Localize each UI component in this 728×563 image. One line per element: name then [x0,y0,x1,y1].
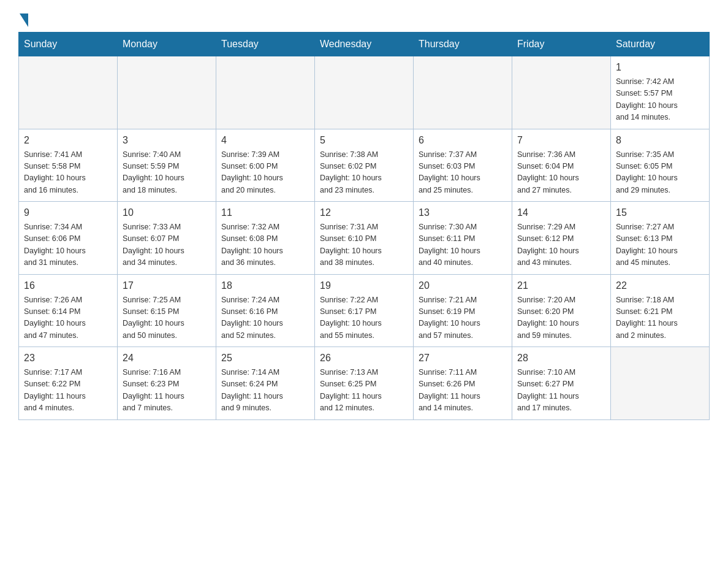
calendar-cell: 13Sunrise: 7:30 AM Sunset: 6:11 PM Dayli… [414,202,512,275]
calendar-cell: 21Sunrise: 7:20 AM Sunset: 6:20 PM Dayli… [512,274,611,347]
day-info: Sunrise: 7:22 AM Sunset: 6:17 PM Dayligh… [320,294,408,342]
day-number: 22 [616,278,704,293]
calendar-cell: 20Sunrise: 7:21 AM Sunset: 6:19 PM Dayli… [414,274,512,347]
day-info: Sunrise: 7:42 AM Sunset: 5:57 PM Dayligh… [616,76,704,124]
calendar-cell [512,56,611,129]
calendar-cell: 17Sunrise: 7:25 AM Sunset: 6:15 PM Dayli… [118,274,216,347]
weekday-header-thursday: Thursday [414,33,512,56]
day-info: Sunrise: 7:26 AM Sunset: 6:14 PM Dayligh… [24,294,112,342]
week-row-4: 16Sunrise: 7:26 AM Sunset: 6:14 PM Dayli… [19,274,710,347]
calendar-cell [118,56,216,129]
day-number: 14 [517,205,605,220]
day-number: 18 [221,278,309,293]
day-number: 19 [320,278,408,293]
day-info: Sunrise: 7:17 AM Sunset: 6:22 PM Dayligh… [24,367,112,415]
week-row-3: 9Sunrise: 7:34 AM Sunset: 6:06 PM Daylig… [19,202,710,275]
day-number: 6 [419,133,507,148]
calendar-cell: 12Sunrise: 7:31 AM Sunset: 6:10 PM Dayli… [315,202,414,275]
day-info: Sunrise: 7:14 AM Sunset: 6:24 PM Dayligh… [221,367,309,415]
day-number: 13 [419,205,507,220]
calendar-cell: 25Sunrise: 7:14 AM Sunset: 6:24 PM Dayli… [216,347,315,420]
calendar-table: SundayMondayTuesdayWednesdayThursdayFrid… [18,32,710,420]
calendar-cell: 27Sunrise: 7:11 AM Sunset: 6:26 PM Dayli… [414,347,512,420]
day-info: Sunrise: 7:34 AM Sunset: 6:06 PM Dayligh… [24,221,112,269]
logo-top [18,12,28,27]
day-info: Sunrise: 7:32 AM Sunset: 6:08 PM Dayligh… [221,221,309,269]
calendar-cell [19,56,118,129]
weekday-header-row: SundayMondayTuesdayWednesdayThursdayFrid… [19,33,710,56]
header [18,12,710,26]
day-info: Sunrise: 7:10 AM Sunset: 6:27 PM Dayligh… [517,367,605,415]
day-number: 15 [616,205,704,220]
calendar-cell: 6Sunrise: 7:37 AM Sunset: 6:03 PM Daylig… [414,129,512,202]
calendar-cell: 18Sunrise: 7:24 AM Sunset: 6:16 PM Dayli… [216,274,315,347]
calendar-cell: 28Sunrise: 7:10 AM Sunset: 6:27 PM Dayli… [512,347,611,420]
calendar-cell: 4Sunrise: 7:39 AM Sunset: 6:00 PM Daylig… [216,129,315,202]
day-number: 4 [221,133,309,148]
day-number: 23 [24,351,112,366]
day-number: 3 [123,133,211,148]
day-info: Sunrise: 7:35 AM Sunset: 6:05 PM Dayligh… [616,149,704,197]
day-number: 25 [221,351,309,366]
day-info: Sunrise: 7:33 AM Sunset: 6:07 PM Dayligh… [123,221,211,269]
calendar-cell: 19Sunrise: 7:22 AM Sunset: 6:17 PM Dayli… [315,274,414,347]
calendar-cell: 24Sunrise: 7:16 AM Sunset: 6:23 PM Dayli… [118,347,216,420]
day-info: Sunrise: 7:25 AM Sunset: 6:15 PM Dayligh… [123,294,211,342]
day-info: Sunrise: 7:31 AM Sunset: 6:10 PM Dayligh… [320,221,408,269]
week-row-5: 23Sunrise: 7:17 AM Sunset: 6:22 PM Dayli… [19,347,710,420]
calendar-cell: 5Sunrise: 7:38 AM Sunset: 6:02 PM Daylig… [315,129,414,202]
logo [18,12,28,26]
weekday-header-tuesday: Tuesday [216,33,315,56]
day-number: 11 [221,205,309,220]
calendar-cell: 1Sunrise: 7:42 AM Sunset: 5:57 PM Daylig… [611,56,710,129]
day-number: 2 [24,133,112,148]
calendar-cell: 14Sunrise: 7:29 AM Sunset: 6:12 PM Dayli… [512,202,611,275]
day-info: Sunrise: 7:27 AM Sunset: 6:13 PM Dayligh… [616,221,704,269]
calendar-cell: 15Sunrise: 7:27 AM Sunset: 6:13 PM Dayli… [611,202,710,275]
week-row-2: 2Sunrise: 7:41 AM Sunset: 5:58 PM Daylig… [19,129,710,202]
day-info: Sunrise: 7:30 AM Sunset: 6:11 PM Dayligh… [419,221,507,269]
day-number: 10 [123,205,211,220]
day-info: Sunrise: 7:38 AM Sunset: 6:02 PM Dayligh… [320,149,408,197]
day-number: 20 [419,278,507,293]
day-info: Sunrise: 7:18 AM Sunset: 6:21 PM Dayligh… [616,294,704,342]
day-number: 7 [517,133,605,148]
day-number: 16 [24,278,112,293]
calendar-cell [216,56,315,129]
calendar-cell: 9Sunrise: 7:34 AM Sunset: 6:06 PM Daylig… [19,202,118,275]
calendar-cell [315,56,414,129]
calendar-cell [611,347,710,420]
calendar-cell [414,56,512,129]
calendar-cell: 7Sunrise: 7:36 AM Sunset: 6:04 PM Daylig… [512,129,611,202]
day-info: Sunrise: 7:11 AM Sunset: 6:26 PM Dayligh… [419,367,507,415]
calendar-cell: 11Sunrise: 7:32 AM Sunset: 6:08 PM Dayli… [216,202,315,275]
day-info: Sunrise: 7:37 AM Sunset: 6:03 PM Dayligh… [419,149,507,197]
calendar-cell: 10Sunrise: 7:33 AM Sunset: 6:07 PM Dayli… [118,202,216,275]
day-number: 17 [123,278,211,293]
weekday-header-monday: Monday [118,33,216,56]
day-info: Sunrise: 7:39 AM Sunset: 6:00 PM Dayligh… [221,149,309,197]
day-number: 1 [616,60,704,75]
calendar-cell: 8Sunrise: 7:35 AM Sunset: 6:05 PM Daylig… [611,129,710,202]
day-number: 9 [24,205,112,220]
day-info: Sunrise: 7:21 AM Sunset: 6:19 PM Dayligh… [419,294,507,342]
day-info: Sunrise: 7:40 AM Sunset: 5:59 PM Dayligh… [123,149,211,197]
calendar-cell: 23Sunrise: 7:17 AM Sunset: 6:22 PM Dayli… [19,347,118,420]
calendar-cell: 26Sunrise: 7:13 AM Sunset: 6:25 PM Dayli… [315,347,414,420]
calendar-cell: 3Sunrise: 7:40 AM Sunset: 5:59 PM Daylig… [118,129,216,202]
calendar-cell: 2Sunrise: 7:41 AM Sunset: 5:58 PM Daylig… [19,129,118,202]
day-number: 26 [320,351,408,366]
day-info: Sunrise: 7:24 AM Sunset: 6:16 PM Dayligh… [221,294,309,342]
day-number: 21 [517,278,605,293]
day-info: Sunrise: 7:41 AM Sunset: 5:58 PM Dayligh… [24,149,112,197]
calendar-cell: 16Sunrise: 7:26 AM Sunset: 6:14 PM Dayli… [19,274,118,347]
calendar-cell: 22Sunrise: 7:18 AM Sunset: 6:21 PM Dayli… [611,274,710,347]
weekday-header-saturday: Saturday [611,33,710,56]
day-number: 27 [419,351,507,366]
weekday-header-wednesday: Wednesday [315,33,414,56]
weekday-header-friday: Friday [512,33,611,56]
day-info: Sunrise: 7:13 AM Sunset: 6:25 PM Dayligh… [320,367,408,415]
week-row-1: 1Sunrise: 7:42 AM Sunset: 5:57 PM Daylig… [19,56,710,129]
day-number: 5 [320,133,408,148]
day-number: 28 [517,351,605,366]
